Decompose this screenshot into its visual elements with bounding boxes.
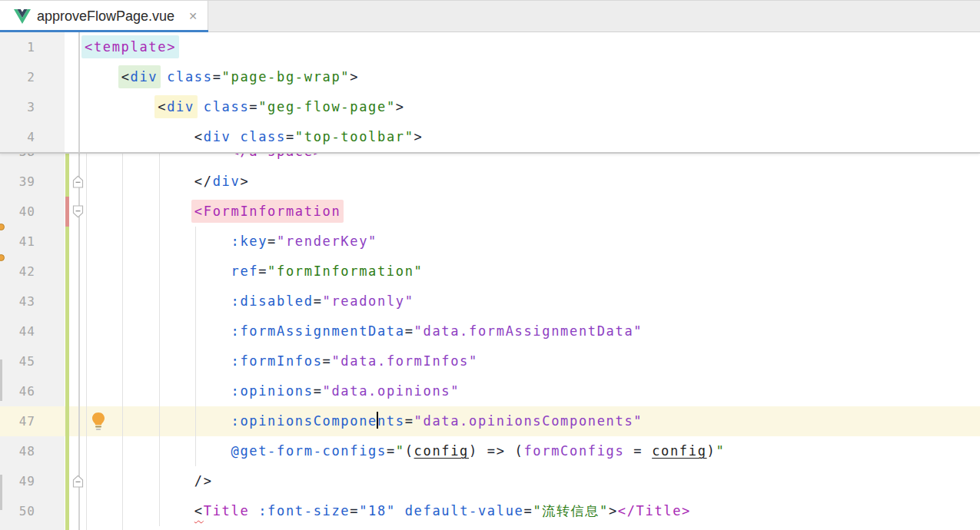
text-caret (377, 412, 378, 429)
line-number[interactable]: 49 (0, 466, 35, 496)
code-token (85, 129, 194, 144)
code-line-47[interactable]: 47 :opinionsComponents="data.opinionsCom… (0, 406, 980, 436)
line-number[interactable]: 2 (0, 62, 35, 92)
code-token: ( (515, 443, 524, 459)
code-text: <div class="page-bg-wrap"> (85, 62, 359, 92)
code-line-42[interactable]: 42 ref="formInformation" (0, 257, 980, 287)
code-token: "data.formInfos" (331, 353, 477, 369)
code-token: :opinions (231, 383, 313, 399)
fold-region-end-icon[interactable] (72, 175, 84, 188)
code-line-49[interactable]: 49 /> (0, 466, 980, 496)
code-token: ( (405, 443, 414, 459)
code-token: div (204, 129, 231, 144)
sticky-lines-panel: 1<template>2 <div class="page-bg-wrap">3… (0, 32, 980, 154)
fold-region-end-icon[interactable] (72, 475, 84, 488)
tab-title: approveFlowPage.vue (37, 1, 174, 33)
code-line-41[interactable]: 41 :key="renderKey" (0, 227, 980, 257)
editor-lines: 38 </a-space>39 </div>40 <FormInformatio… (0, 137, 980, 530)
code-token (231, 129, 240, 144)
gutter-border (78, 257, 80, 287)
code-line-51[interactable]: 51 (0, 526, 980, 530)
code-token: <template> (85, 39, 176, 55)
gutter-border (78, 436, 80, 466)
code-text: :opinions="data.opinions" (85, 376, 460, 406)
code-line-45[interactable]: 45 :formInfos="data.formInfos" (0, 346, 980, 376)
line-number[interactable]: 43 (0, 287, 35, 316)
code-token: "data.opinionsComponents" (414, 413, 643, 429)
line-number[interactable]: 50 (0, 496, 35, 526)
tab-approveflowpage[interactable]: approveFlowPage.vue ✕ (0, 1, 208, 33)
code-editor[interactable]: 38 </a-space>39 </div>40 <FormInformatio… (0, 32, 980, 530)
code-token (85, 413, 231, 429)
code-text: <div class="top-toolbar"> (85, 122, 424, 152)
sticky-line-3[interactable]: 3 <div class="geg-flow-page"> (0, 92, 980, 122)
indent-guide (159, 154, 160, 526)
code-token: "renderKey" (277, 234, 377, 249)
code-token: = (323, 353, 332, 369)
ide-window: approveFlowPage.vue ✕ 38 </a-space>39 </… (0, 0, 980, 530)
code-token: "page-bg-wrap" (222, 69, 350, 84)
sticky-line-4[interactable]: 4 <div class="top-toolbar"> (0, 122, 980, 152)
code-token: = (314, 383, 323, 399)
vcs-change-marker (65, 316, 69, 346)
code-text: ref="formInformation" (85, 257, 424, 287)
vcs-change-marker (65, 436, 69, 466)
code-line-48[interactable]: 48 @get-form-configs="(config) => (formC… (0, 436, 980, 466)
vue-logo-icon (14, 9, 31, 24)
sticky-line-2[interactable]: 2 <div class="page-bg-wrap"> (0, 62, 980, 92)
line-number[interactable]: 48 (0, 436, 35, 466)
fold-region-start-icon[interactable] (72, 205, 84, 218)
code-token: class (167, 69, 213, 84)
gutter-border (78, 406, 80, 436)
line-number[interactable]: 41 (0, 227, 35, 257)
line-number[interactable]: 44 (0, 316, 35, 346)
code-token: > (240, 174, 249, 189)
code-token: "data.formAssignmentData" (414, 323, 643, 339)
line-number[interactable]: 4 (0, 122, 35, 152)
code-token: "data.opinions" (323, 383, 460, 399)
line-number[interactable]: 47 (0, 406, 35, 436)
code-token: = (314, 293, 323, 309)
code-token (85, 443, 231, 459)
code-token: = (213, 69, 222, 84)
line-number[interactable]: 3 (0, 92, 35, 122)
code-line-40[interactable]: 40 <FormInformation (0, 197, 980, 227)
code-token: Title (204, 503, 250, 518)
code-line-39[interactable]: 39 </div> (0, 167, 980, 197)
tag-match-highlight: <template> (81, 35, 179, 58)
code-token: < (121, 69, 131, 84)
line-number[interactable]: 1 (0, 32, 35, 62)
vcs-change-marker (65, 227, 69, 257)
code-token: </ (194, 174, 213, 189)
code-text: :disabled="readonly" (85, 287, 414, 316)
code-token: @get-form-configs (231, 443, 386, 459)
code-line-43[interactable]: 43 :disabled="readonly" (0, 287, 980, 316)
line-number[interactable]: 45 (0, 346, 35, 376)
code-line-46[interactable]: 46 :opinions="data.opinions" (0, 376, 980, 406)
line-number[interactable]: 39 (0, 167, 35, 197)
line-number[interactable]: 46 (0, 376, 35, 406)
code-line-50[interactable]: 50 <Title :font-size="18" default-value=… (0, 496, 980, 526)
code-token: = (523, 503, 533, 518)
code-token (85, 99, 158, 114)
line-number[interactable]: 40 (0, 197, 35, 227)
code-token: " (396, 443, 405, 459)
indent-guide (122, 154, 123, 530)
line-number[interactable]: 42 (0, 257, 35, 287)
indent-guide (86, 154, 87, 530)
code-text: <FormInformation (85, 197, 341, 227)
line-number[interactable]: 51 (0, 526, 35, 530)
code-token: "geg-flow-page" (258, 99, 396, 114)
close-tab-icon[interactable]: ✕ (183, 1, 203, 33)
code-line-44[interactable]: 44 :formAssignmentData="data.formAssignm… (0, 316, 980, 346)
code-token: config (652, 443, 706, 459)
code-token: div (131, 69, 158, 84)
code-token: = (405, 323, 414, 339)
code-token: default-value (405, 503, 524, 518)
sticky-line-1[interactable]: 1<template> (0, 32, 980, 62)
code-text: /> (85, 466, 213, 496)
code-text: </div> (85, 167, 249, 197)
code-token: class (240, 129, 286, 144)
code-text: <template> (85, 32, 176, 62)
gutter-border (78, 32, 80, 62)
